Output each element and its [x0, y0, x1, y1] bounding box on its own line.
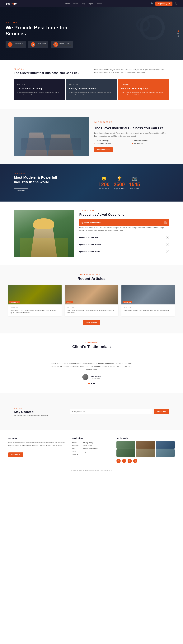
about-heading: The Clever Industrial Business You Can F…	[14, 71, 89, 75]
instagram-icon[interactable]: ig	[133, 459, 137, 463]
search-icon[interactable]: 🔍	[151, 2, 154, 5]
more-services-button[interactable]: More Services	[94, 147, 112, 152]
faq-image	[14, 210, 74, 257]
footer-about-col: About Us Morbi ipsum lorem ipsum platea …	[8, 437, 66, 463]
why-image	[14, 117, 89, 156]
footer-link-home[interactable]: Home	[72, 442, 76, 444]
feature-tag-fitting: FITTING	[17, 83, 62, 86]
footer: About Us Morbi ipsum lorem ipsum platea …	[0, 430, 183, 474]
stats-heading: Most Modern & Powerfull Industry in the …	[14, 175, 64, 184]
article-meta-1: Jun 15, 2021	[10, 307, 59, 308]
article-body-3: Jun 9, 2021 Lorem ipsum libero ut justo,…	[122, 304, 175, 314]
faq-question-3[interactable]: Question Number Three? +	[79, 241, 169, 248]
author-avatar	[82, 374, 88, 380]
faq-answer-1: Lorem ipsum dolor sit amet, consectetur …	[79, 226, 169, 234]
article-body-2: Jun 12, 2021 Lorem ipsum consectetur mol…	[65, 304, 118, 316]
request-quote-button[interactable]: Request a Quote	[156, 2, 172, 6]
faq-item-2: Question Number Two? +	[79, 234, 169, 241]
feature-title-fitting: The arrival of the fitting	[17, 88, 62, 90]
nav-blog[interactable]: Blog	[81, 3, 84, 5]
about-section: About Us The Clever Industrial Business …	[0, 60, 183, 108]
phone-icon[interactable]: 📞	[174, 2, 178, 5]
testimonial-dot-1[interactable]	[88, 383, 90, 384]
footer-about-text: Morbi ipsum lorem ipsum platea in, fauci…	[8, 441, 66, 449]
contact-us-button[interactable]: Contact Us	[8, 452, 23, 457]
why-tag: Why Choose Us	[94, 121, 169, 124]
newsletter-email-input[interactable]	[69, 408, 152, 414]
footer-link-faq[interactable]: FAQ	[83, 451, 86, 453]
article-card-3: Factory Plant Jun 9, 2021 Lorem ipsum li…	[122, 285, 175, 316]
hero-content: INDUSTRIAL We Provide Best Industrial Se…	[6, 22, 75, 48]
testimonial-dot-3[interactable]	[93, 383, 95, 384]
faq-question-2[interactable]: Question Number Two? +	[79, 234, 169, 241]
about-content: About Us The Clever Industrial Business …	[8, 60, 175, 79]
author-location: Example City	[90, 378, 100, 379]
faq-worker-bg	[14, 210, 74, 257]
testimonial-author: John wilson Example City	[6, 374, 178, 380]
hero-dot-3[interactable]	[178, 35, 179, 37]
why-text-content: Why Choose Us The Clever Industrial Busi…	[94, 121, 169, 152]
why-feature-2: Mechanical Works	[132, 140, 169, 142]
newsletter-content: Join Us Stay Updated! Get Updates By Sub…	[8, 400, 175, 423]
testimonial-text: Lorem ipsum dolor sit amet consectetur a…	[50, 362, 133, 371]
hero-services: ⚙ Consectetur Production 🏭 Consectetur I…	[6, 41, 75, 48]
twitter-icon[interactable]: 𝕏	[116, 459, 120, 463]
faq-question-1[interactable]: Question Number one? −	[79, 219, 169, 226]
nav-home[interactable]: Home	[65, 3, 70, 5]
hero-tag: INDUSTRIAL	[6, 22, 75, 23]
footer-link-about[interactable]: About	[72, 448, 76, 450]
linkedin-icon[interactable]: in	[128, 459, 132, 463]
footer-link-returns[interactable]: Returns and Refunds	[83, 448, 98, 450]
projects-done-icon: 🏆	[114, 176, 125, 181]
social-img-5	[136, 450, 155, 456]
articles-tag: Insight Best Trends	[6, 274, 178, 275]
footer-link-blogs[interactable]: Blogs	[72, 451, 76, 453]
footer-link-terms[interactable]: Terms of use	[83, 445, 92, 447]
subscribe-button[interactable]: Subscribe	[154, 408, 169, 414]
hero-dot-2[interactable]	[178, 33, 179, 34]
feature-box-quality: QUALITY We Stand Slow In Quality. Lorem …	[118, 79, 169, 100]
hero-slider-dots	[178, 30, 179, 37]
awards-won-icon: 📷	[129, 176, 140, 181]
hero-service-production: ⚙ Consectetur Production	[6, 41, 26, 48]
nav-pages[interactable]: Pages	[88, 3, 93, 5]
article-excerpt-2: Lorem ipsum consectetur molestit ut just…	[67, 309, 116, 314]
faq-title-3: Question Number Three?	[79, 244, 101, 246]
articles-footer: More Articles	[6, 320, 178, 325]
social-img-1	[116, 441, 135, 448]
footer-grid: About Us Morbi ipsum lorem ipsum platea …	[8, 437, 175, 463]
nav-contact[interactable]: Contact	[96, 3, 102, 5]
nav-about[interactable]: About	[73, 3, 78, 5]
why-feature-4: Oil and Gas	[132, 142, 169, 144]
footer-link-contact[interactable]: Contact	[72, 454, 78, 456]
footer-social-heading: Social Media	[116, 437, 175, 440]
faq-question-4[interactable]: Question Number Four? +	[79, 248, 169, 255]
why-feature-1: Power & Energy	[94, 140, 131, 142]
about-body: Lorem ipsum viverra feugiat. Pellen teaq…	[94, 68, 169, 74]
footer-social-col: Social Media 𝕏 f in ig	[116, 437, 175, 463]
production-name: Production	[14, 44, 24, 46]
construction-icon: 🔧	[54, 42, 58, 47]
feature-boxes-wrapper: FITTING The arrival of the fitting Lorem…	[8, 79, 175, 109]
footer-social-icons: 𝕏 f in ig	[116, 459, 175, 463]
production-icon: ⚙	[8, 42, 12, 47]
read-more-button[interactable]: Read More	[14, 188, 28, 193]
testimonial-dot-2[interactable]	[91, 383, 92, 384]
footer-about-heading: About Us	[8, 437, 66, 440]
feature-desc-factory: Lorem ipsum dolor sit amet, consectetur …	[69, 91, 114, 96]
article-image-1: Industrial Post	[8, 285, 62, 304]
faq-icon-3: +	[166, 243, 169, 246]
article-card-2: Industry Jun 12, 2021 Lorem ipsum consec…	[65, 285, 118, 316]
footer-link-privacy[interactable]: Privacy Policy	[83, 442, 93, 444]
more-articles-button[interactable]: More Articles	[83, 320, 100, 325]
hero-service-construction: 🔧 Consectetur Construction	[51, 41, 73, 48]
author-name: John wilson	[90, 375, 100, 378]
facebook-icon[interactable]: f	[122, 459, 126, 463]
footer-link-services[interactable]: Services	[72, 445, 78, 447]
social-img-3	[156, 441, 175, 448]
social-img-4	[116, 450, 135, 456]
stat-projects-done: 🏆 2500 Projects Done	[114, 176, 125, 190]
newsletter-heading: Stay Updated!	[14, 410, 64, 414]
happy-clients-number: 1200	[98, 182, 110, 187]
hero-dot-1[interactable]	[178, 30, 179, 32]
